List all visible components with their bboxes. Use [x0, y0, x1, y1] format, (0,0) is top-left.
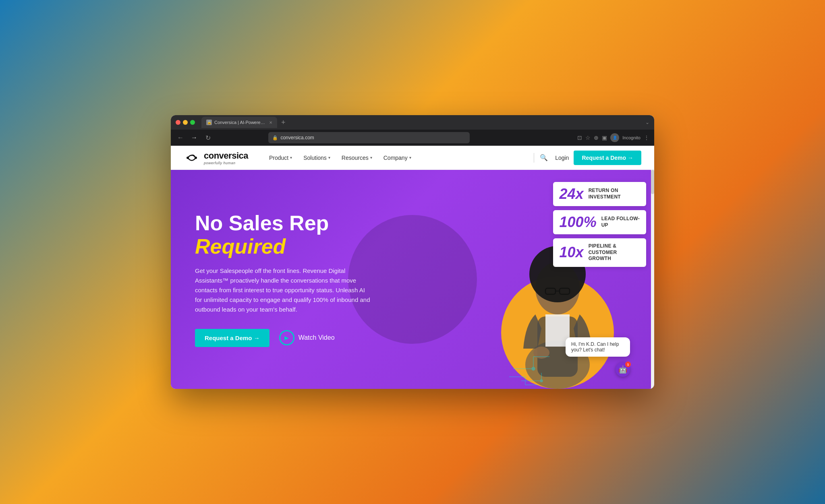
title-bar: 🔒 Conversica | AI-Powered Conv... ✕ + ⌄: [171, 115, 654, 130]
tab-more-button[interactable]: ⌄: [645, 120, 649, 125]
stat-card-pipeline: 10x PIPELINE & CUSTOMER GROWTH: [553, 238, 646, 267]
stat-pipeline-label: PIPELINE & CUSTOMER GROWTH: [589, 243, 617, 262]
watch-video-button[interactable]: ▶ Watch Video: [279, 330, 335, 345]
search-icon[interactable]: 🔍: [537, 151, 550, 164]
hero-title-accent: Required: [195, 235, 286, 258]
logo-icon: [184, 152, 201, 164]
url-text: conversica.com: [280, 135, 314, 140]
nav-product-label: Product: [269, 155, 288, 161]
watch-video-label: Watch Video: [298, 334, 335, 341]
stat-followup-number: 100%: [560, 215, 597, 229]
stat-roi-label: RETURN ON INVESTMENT: [589, 188, 621, 200]
svg-point-0: [187, 157, 189, 159]
svg-point-1: [195, 157, 197, 159]
url-bar[interactable]: 🔒 conversica.com: [268, 132, 470, 143]
hero-actions: Request a Demo → ▶ Watch Video: [195, 329, 396, 347]
stat-card-followup: 100% LEAD FOLLOW- UP: [553, 210, 646, 234]
nav-solutions-label: Solutions: [303, 155, 327, 161]
chat-bubble[interactable]: Hi, I'm K.D. Can I help you? Let's chat!: [566, 337, 630, 357]
hero-left-content: No Sales Rep Required Get your Salespeop…: [195, 212, 396, 347]
stat-roi-number: 24x: [560, 187, 584, 201]
hero-title: No Sales Rep Required: [195, 212, 396, 258]
minimize-dot[interactable]: [183, 120, 188, 125]
nav-demo-button[interactable]: Request a Demo →: [574, 151, 641, 165]
split-view-icon[interactable]: ▣: [602, 134, 607, 141]
svg-point-17: [540, 380, 543, 382]
tab-favicon: 🔒: [206, 120, 212, 125]
website-content: conversica powerfully human Product ▾ So…: [171, 146, 654, 389]
brand-tagline: powerfully human: [204, 161, 248, 165]
traffic-lights: [176, 120, 195, 125]
chat-bubble-text: Hi, I'm K.D. Can I help you? Let's chat!: [571, 341, 619, 353]
stats-cards: 24x RETURN ON INVESTMENT 100% LEAD FOLLO…: [553, 182, 646, 267]
stat-followup-label: LEAD FOLLOW- UP: [601, 216, 640, 228]
chat-notification-badge: 1: [625, 361, 631, 367]
nav-items: Product ▾ Solutions ▾ Resources ▾ Compan…: [264, 152, 531, 163]
tab-bar: 🔒 Conversica | AI-Powered Conv... ✕ + ⌄: [201, 117, 649, 128]
company-chevron-icon: ▾: [409, 155, 411, 160]
logo[interactable]: conversica powerfully human: [184, 151, 248, 165]
site-nav: conversica powerfully human Product ▾ So…: [171, 146, 654, 170]
stat-pipeline-number: 10x: [560, 245, 584, 260]
extensions-icon[interactable]: ⊕: [594, 134, 599, 141]
product-chevron-icon: ▾: [290, 155, 292, 160]
resources-chevron-icon: ▾: [370, 155, 372, 160]
hero-right-content: 24x RETURN ON INVESTMENT 100% LEAD FOLLO…: [461, 170, 654, 389]
hero-title-main: No Sales Rep: [195, 211, 329, 235]
more-menu-icon[interactable]: ⋮: [644, 134, 649, 141]
logo-text: conversica powerfully human: [204, 151, 248, 165]
profile-badge[interactable]: 👤: [610, 133, 619, 142]
close-dot[interactable]: [176, 120, 180, 125]
nav-resources-label: Resources: [342, 155, 369, 161]
bookmark-icon[interactable]: ☆: [585, 134, 591, 141]
cast-icon[interactable]: ⊡: [577, 134, 582, 141]
tab-title: Conversica | AI-Powered Conv...: [214, 120, 267, 125]
new-tab-button[interactable]: +: [279, 118, 288, 127]
reload-button[interactable]: ↻: [203, 134, 213, 142]
toolbar-icons: ⊡ ☆ ⊕ ▣ 👤 Incognito ⋮: [577, 133, 649, 142]
lock-icon: 🔒: [272, 135, 278, 140]
hero-demo-button[interactable]: Request a Demo →: [195, 329, 269, 347]
login-button[interactable]: Login: [550, 152, 574, 163]
stat-card-roi: 24x RETURN ON INVESTMENT: [553, 182, 646, 206]
nav-item-resources[interactable]: Resources ▾: [337, 152, 377, 163]
maximize-dot[interactable]: [190, 120, 195, 125]
nav-item-solutions[interactable]: Solutions ▾: [298, 152, 335, 163]
nav-item-product[interactable]: Product ▾: [264, 152, 297, 163]
address-bar: ← → ↻ 🔒 conversica.com ⊡ ☆ ⊕ ▣ 👤 Incogni…: [171, 130, 654, 146]
incognito-label: Incognito: [622, 135, 641, 140]
nav-company-label: Company: [383, 155, 408, 161]
chat-avatar[interactable]: 🤖 1: [616, 362, 630, 377]
hero-description: Get your Salespeople off the front lines…: [195, 266, 372, 314]
brand-name: conversica: [204, 151, 248, 161]
back-button[interactable]: ←: [176, 134, 185, 141]
forward-button[interactable]: →: [189, 134, 199, 141]
hero-section: No Sales Rep Required Get your Salespeop…: [171, 170, 654, 389]
browser-window: 🔒 Conversica | AI-Powered Conv... ✕ + ⌄ …: [171, 115, 654, 389]
nav-divider: [534, 153, 534, 163]
solutions-chevron-icon: ▾: [328, 155, 330, 160]
play-icon: ▶: [279, 330, 294, 345]
profile-icon: 👤: [613, 136, 617, 140]
browser-tab[interactable]: 🔒 Conversica | AI-Powered Conv... ✕: [201, 117, 277, 128]
tab-close-button[interactable]: ✕: [269, 120, 272, 125]
nav-item-company[interactable]: Company ▾: [379, 152, 416, 163]
svg-point-14: [532, 367, 535, 370]
